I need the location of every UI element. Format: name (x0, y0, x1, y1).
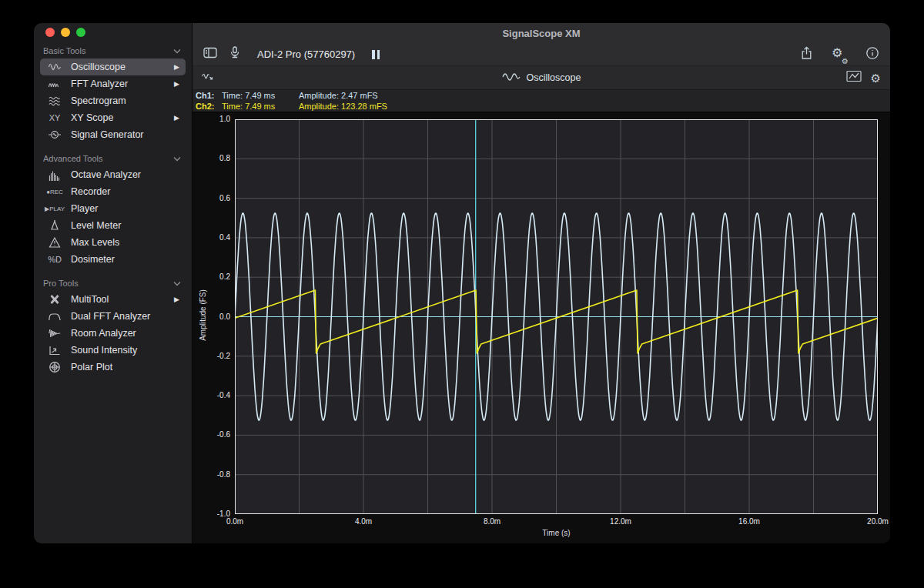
sidebar-item-dual-fft-analyzer[interactable]: Dual FFT Analyzer (40, 308, 186, 325)
y-tick-label: -0.4 (198, 391, 230, 399)
xy-icon: XY (43, 113, 66, 122)
y-tick-label: 0.6 (198, 194, 230, 202)
section-header-pro-tools[interactable]: Pro Tools (34, 276, 192, 291)
info-icon[interactable] (865, 46, 879, 63)
x-tick-label: 16.0m (732, 517, 767, 526)
y-tick-label: -0.8 (198, 470, 230, 479)
sidebar-item-room-analyzer[interactable]: Room Analyzer (40, 325, 186, 342)
sidebar-item-label: XY Scope (71, 112, 113, 123)
chevron-down-icon (173, 46, 181, 55)
main-panel: SignalScope XM ADI-2 Pro (57760297) ⚙⚙ (192, 23, 890, 543)
x-tick-label: 4.0m (346, 517, 381, 526)
dosimeter-icon: %D (43, 255, 66, 264)
level-meter-icon (43, 219, 66, 232)
y-tick-label: 1.0 (198, 115, 230, 123)
disclosure-arrow-icon: ▶ (174, 114, 179, 122)
y-tick-label: 0.2 (198, 272, 230, 281)
microphone-icon[interactable] (229, 46, 240, 62)
sidebar-item-fft-analyzer[interactable]: FFT Analyzer▶ (40, 75, 186, 92)
view-toolbar-right: ⚙ (846, 70, 881, 85)
section-header-label: Advanced Tools (43, 154, 102, 163)
chevron-down-icon (173, 154, 181, 163)
sidebar-item-label: Max Levels (71, 237, 119, 248)
polar-plot-icon (43, 361, 66, 373)
sidebar-item-label: Level Meter (71, 220, 121, 231)
sidebar-item-label: Sound Intensity (71, 345, 137, 356)
window-title: SignalScope XM (502, 28, 580, 39)
y-tick-label: -0.6 (198, 430, 230, 439)
settings-gears-icon[interactable]: ⚙⚙ (832, 47, 847, 62)
sidebar-toggle-icon[interactable] (203, 47, 217, 62)
status-ch2: Ch2: Time: 7.49 ms Amplitude: 123.28 mFS (196, 102, 890, 112)
dual-fft-icon (43, 310, 66, 322)
window-controls (45, 28, 85, 37)
minimize-button[interactable] (61, 28, 70, 37)
section-header-advanced-tools[interactable]: Advanced Tools (34, 151, 192, 166)
sidebar-item-label: Spectrogram (71, 95, 126, 106)
sidebar-item-label: Polar Plot (71, 362, 112, 373)
signal-generator-icon (43, 129, 66, 141)
y-tick-label: 0.0 (198, 312, 230, 321)
x-tick-label: 0.0m (217, 517, 253, 526)
sidebar-item-recorder[interactable]: ●RECRecorder (40, 183, 186, 200)
app-window: Basic ToolsOscilloscope▶FFT Analyzer▶Spe… (34, 23, 890, 543)
max-levels-icon (43, 236, 66, 249)
close-button[interactable] (45, 28, 55, 37)
sidebar-item-level-meter[interactable]: Level Meter (40, 217, 186, 234)
sidebar-item-polar-plot[interactable]: Polar Plot (40, 359, 186, 376)
sidebar-item-max-levels[interactable]: Max Levels (40, 234, 186, 251)
sidebar-item-label: Room Analyzer (71, 328, 136, 339)
sidebar-item-xy-scope[interactable]: XYXY Scope▶ (40, 109, 186, 126)
sidebar-item-multitool[interactable]: MultiTool▶ (40, 291, 186, 308)
sound-intensity-icon (43, 344, 66, 356)
section-header-label: Basic Tools (43, 46, 85, 55)
sidebar-item-label: MultiTool (71, 294, 109, 305)
view-toolbar: Oscilloscope ⚙ (192, 66, 890, 90)
chevron-down-icon (173, 279, 181, 288)
sidebar-item-label: FFT Analyzer (71, 79, 128, 89)
sidebar-item-spectrogram[interactable]: Spectrogram (40, 92, 186, 109)
y-tick-label: 0.8 (198, 154, 230, 162)
disclosure-arrow-icon: ▶ (174, 63, 179, 71)
view-title: Oscilloscope (502, 72, 581, 85)
spectrogram-icon (43, 95, 66, 107)
sidebar-item-label: Player (71, 203, 98, 214)
sidebar-sections: Basic ToolsOscilloscope▶FFT Analyzer▶Spe… (34, 43, 192, 376)
pause-icon[interactable] (372, 50, 380, 59)
section-header-basic-tools[interactable]: Basic Tools (34, 43, 192, 58)
chart-frame-icon[interactable] (846, 70, 862, 85)
sidebar-item-label: Signal Generator (71, 129, 144, 140)
sidebar-item-player[interactable]: ▶PLAYPlayer (40, 200, 186, 217)
title-bar: SignalScope XM (192, 23, 890, 43)
sidebar: Basic ToolsOscilloscope▶FFT Analyzer▶Spe… (34, 23, 192, 543)
cursor-readout-bar: Ch1: Time: 7.49 ms Amplitude: 2.47 mFS C… (192, 90, 890, 112)
sidebar-item-dosimeter[interactable]: %DDosimeter (40, 251, 186, 268)
sidebar-item-signal-generator[interactable]: Signal Generator (40, 126, 186, 143)
y-tick-label: -0.2 (198, 352, 230, 360)
zoom-button[interactable] (76, 28, 85, 37)
status-ch1: Ch1: Time: 7.49 ms Amplitude: 2.47 mFS (196, 91, 890, 102)
main-toolbar: ADI-2 Pro (57760297) ⚙⚙ (192, 43, 890, 66)
share-icon[interactable] (800, 46, 813, 63)
sidebar-item-label: Dual FFT Analyzer (71, 311, 150, 322)
toolbar-right: ⚙⚙ (800, 46, 879, 63)
disclosure-arrow-icon: ▶ (174, 80, 179, 88)
plot-region[interactable] (235, 119, 878, 514)
sidebar-item-label: Dosimeter (71, 254, 115, 265)
signal-input-icon[interactable] (202, 71, 216, 85)
sidebar-item-label: Octave Analyzer (71, 169, 141, 180)
oscilloscope-icon (43, 61, 66, 73)
x-tick-label: 20.0m (860, 517, 890, 526)
oscilloscope-chart: Amplitude (FS) 1.00.80.60.40.20.0-0.2-0.… (192, 112, 890, 543)
device-name[interactable]: ADI-2 Pro (57760297) (257, 48, 355, 60)
sidebar-item-oscilloscope[interactable]: Oscilloscope▶ (40, 58, 186, 75)
sidebar-item-label: Recorder (71, 186, 110, 197)
x-axis-title: Time (s) (235, 529, 878, 537)
oscilloscope-icon (502, 72, 521, 85)
multitool-icon (43, 293, 66, 306)
sidebar-item-sound-intensity[interactable]: Sound Intensity (40, 342, 186, 359)
x-tick-label: 8.0m (474, 517, 510, 526)
gear-icon[interactable]: ⚙ (871, 72, 881, 84)
section-header-label: Pro Tools (43, 279, 79, 288)
sidebar-item-octave-analyzer[interactable]: Octave Analyzer (40, 166, 186, 183)
